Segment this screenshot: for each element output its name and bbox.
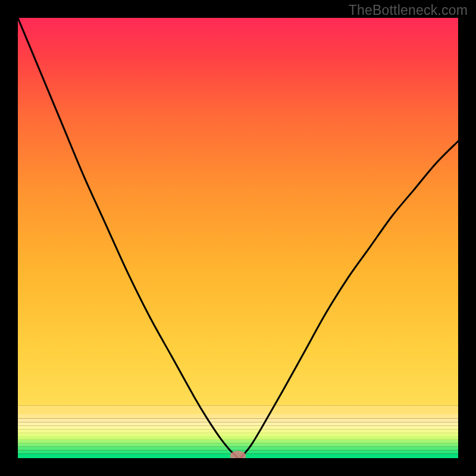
bg-band	[18, 422, 458, 425]
bg-band	[18, 429, 458, 433]
bg-band	[18, 436, 458, 440]
bg-band	[18, 447, 458, 450]
bg-band	[18, 414, 458, 418]
bg-band	[18, 425, 458, 429]
chart-svg	[18, 18, 458, 458]
bg-band	[18, 433, 458, 436]
bg-gradient	[18, 18, 458, 405]
bg-band	[18, 418, 458, 422]
background-layer	[18, 18, 458, 458]
plot-area	[18, 18, 458, 458]
watermark-text: TheBottleneck.com	[349, 2, 468, 18]
bg-band	[18, 440, 458, 443]
chart-frame: TheBottleneck.com	[0, 0, 476, 476]
bg-band	[18, 443, 458, 447]
bg-band	[18, 405, 458, 414]
